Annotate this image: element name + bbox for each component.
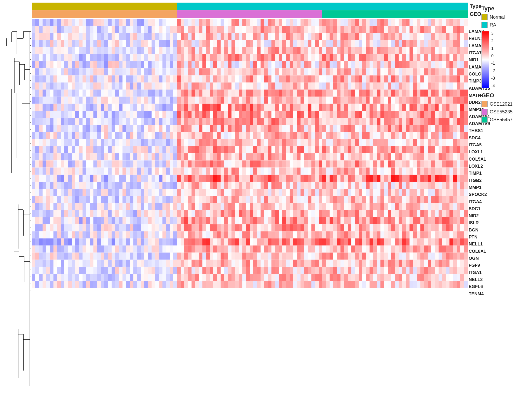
gene-label-mmp1: MMP1 (469, 184, 490, 191)
gene-label-nell1: NELL1 (469, 241, 490, 248)
gene-label-itga4: ITGA4 (469, 198, 490, 205)
type-bar-label: Type (470, 3, 481, 9)
geo-legend-gse55457: GSE55457 (481, 117, 529, 123)
gene-label-ptn: PTN (469, 234, 490, 241)
gene-label-egfl6: EGFL6 (469, 283, 490, 290)
type-legend-normal: Normal (481, 14, 529, 20)
gse55457-label: GSE55457 (490, 117, 513, 122)
normal-label: Normal (490, 15, 505, 20)
gse55235-color-box (481, 109, 488, 115)
type-legend-title: Type (481, 5, 529, 12)
gene-label-tenm4: TENM4 (469, 290, 490, 297)
gene-label-nid2: NID2 (469, 212, 490, 219)
gene-label-itga1: ITGA1 (469, 269, 490, 276)
gene-label-col8a1: COL8A1 (469, 248, 490, 255)
gene-label-spock2: SPOCK2 (469, 191, 490, 198)
legend-section: Type Normal RA 3 2 1 0 -1 -2 -3 -4 GEO (481, 5, 529, 124)
gse12021-label: GSE12021 (490, 101, 513, 107)
gene-label-fgf9: FGF9 (469, 262, 490, 269)
gene-label-itga5: ITGA5 (469, 141, 490, 148)
geo-bar-label: GEO (470, 11, 481, 17)
main-container: Type GEO LAMA2FBLN2LAMA5ITGA7NID1LAMA3CO… (0, 0, 532, 397)
gene-label-bgn: BGN (469, 227, 490, 234)
type-bar (32, 3, 468, 10)
normal-color-box (481, 14, 488, 20)
gene-label-sdc1: SDC1 (469, 205, 490, 212)
dendrogram-left (1, 28, 31, 386)
geo-legend-title: GEO (481, 92, 529, 99)
gene-label-loxl1: LOXL1 (469, 148, 490, 155)
gene-label-col5a1: COL5A1 (469, 156, 490, 163)
gse12021-color-box (481, 101, 488, 107)
heatmap-area: Type GEO (32, 3, 481, 289)
type-legend-ra: RA (481, 22, 529, 28)
gene-label-itgb2: ITGB2 (469, 177, 490, 184)
gene-label-islr: ISLR (469, 219, 490, 226)
heatmap-canvas (32, 19, 468, 288)
geo-bar (32, 10, 468, 18)
ra-label: RA (490, 22, 496, 28)
gene-label-loxl2: LOXL2 (469, 163, 490, 170)
gene-label-thbs1: THBS1 (469, 127, 490, 134)
gene-label-nell2: NELL2 (469, 276, 490, 283)
ra-color-box (481, 22, 488, 28)
gene-label-sdc4: SDC4 (469, 134, 490, 141)
gse55457-color-box (481, 117, 488, 123)
gse55235-label: GSE55235 (490, 109, 513, 115)
gene-label-timp1: TIMP1 (469, 170, 490, 177)
geo-legend-gse55235: GSE55235 (481, 109, 529, 115)
color-scale-bar (481, 31, 489, 88)
geo-legend-gse12021: GSE12021 (481, 101, 529, 107)
gene-label-ogn: OGN (469, 255, 490, 262)
scale-labels: 3 2 1 0 -1 -2 -3 -4 (491, 31, 495, 88)
